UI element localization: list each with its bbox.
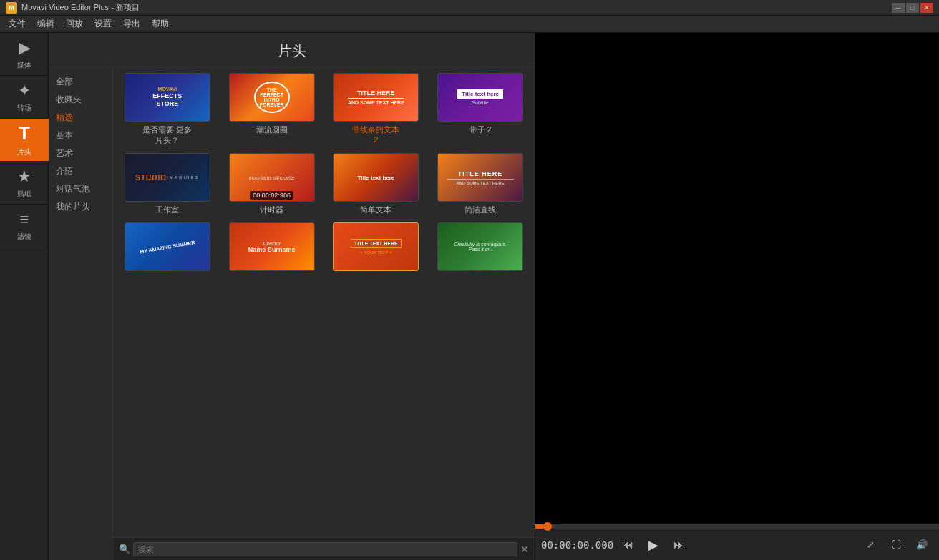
- preview-panel: 00:00:00.000 ⏮ ▶ ⏭ ⤢ ⛶ 🔊: [535, 33, 939, 560]
- sidebar-titles-label: 片头: [17, 147, 31, 157]
- preview-progress-bar[interactable]: [535, 524, 939, 529]
- panel-body: 全部 收藏夹 精选 基本 艺术 介绍 对话气泡 我的片头 ‹: [49, 67, 535, 560]
- thumb-item11[interactable]: TITLE TEXT HERE ✦ YOUR TEXT ✦: [328, 222, 425, 274]
- cat-featured[interactable]: 精选: [49, 109, 112, 127]
- search-clear-button[interactable]: ✕: [520, 544, 529, 555]
- go-to-start-button[interactable]: ⏮: [616, 534, 639, 556]
- transitions-icon: ✦: [18, 82, 31, 100]
- thumb-img-12: Creativity is contagious.Pass it on.: [437, 222, 523, 271]
- thumb-simple-label: 简单文本: [360, 205, 391, 215]
- cat-favorites[interactable]: 收藏夹: [49, 91, 112, 109]
- preview-video: [535, 33, 939, 524]
- search-icon: 🔍: [119, 544, 130, 554]
- fullscreen-button[interactable]: ⤢: [859, 534, 882, 556]
- thumb-img-ribbon: Title text here Subtitle: [437, 73, 523, 122]
- thumb-timer-label: 计时器: [260, 205, 283, 215]
- menu-file[interactable]: 文件: [3, 16, 31, 31]
- app-icon: M: [6, 2, 17, 14]
- thumb-item10[interactable]: Director Name Surname: [223, 222, 321, 274]
- panel-title: 片头: [49, 33, 535, 67]
- timer-badge: 00:00:02:986: [250, 191, 293, 200]
- progress-fill: [535, 524, 543, 529]
- thumb-studio[interactable]: STUDIO IMAGINES 工作室: [119, 153, 216, 215]
- thumb-img-10: Director Name Surname: [229, 222, 315, 271]
- thumbnails-grid: ‹ MOVAVI EFFECTS STORE 是否需要 更多片: [113, 67, 535, 537]
- sidebar-item-media[interactable]: ▶ 媒体: [0, 33, 49, 76]
- cat-bubble[interactable]: 对话气泡: [49, 180, 112, 198]
- play-pause-button[interactable]: ▶: [642, 534, 665, 556]
- titles-panel: 片头 全部 收藏夹 精选 基本 艺术 介绍 对话气泡 我的片头 ‹: [49, 33, 535, 560]
- thumb-trendy-circle[interactable]: THEPERFECTINTROFOREVER 潮流圆圈: [223, 73, 321, 146]
- sidebar-item-stickers[interactable]: ★ 贴纸: [0, 162, 49, 205]
- thumb-lined-label: 带线条的文本2: [352, 124, 399, 144]
- maximize-button[interactable]: □: [906, 3, 919, 13]
- sidebar-media-label: 媒体: [17, 60, 31, 70]
- menu-settings[interactable]: 设置: [89, 16, 117, 31]
- stickers-icon: ★: [17, 167, 31, 186]
- go-to-end-button[interactable]: ⏭: [668, 534, 691, 556]
- titles-icon: T: [19, 122, 30, 144]
- thumb-img-clean: TITLE HERE AND SOME TEXT HERE: [437, 153, 523, 202]
- cat-basic[interactable]: 基本: [49, 127, 112, 144]
- sidebar-transitions-label: 转场: [17, 103, 31, 113]
- thumb-clean-label: 简洁直线: [464, 205, 496, 215]
- thumb-ribbon[interactable]: Title text here Subtitle 带子 2: [432, 73, 529, 146]
- thumb-timer[interactable]: mountains silhouette 00:00:02:986 计时器: [223, 153, 321, 215]
- thumb-store-label: 是否需要 更多片头？: [142, 124, 192, 146]
- thumb-img-store: MOVAVI EFFECTS STORE: [125, 73, 210, 122]
- left-sidebar: ▶ 媒体 ✦ 转场 T 片头 ★ 贴纸 ≡ 滤镜: [0, 33, 49, 560]
- search-input[interactable]: [133, 542, 517, 556]
- cat-all[interactable]: 全部: [49, 73, 112, 91]
- thumb-item9[interactable]: MY AMAZING SUMMER: [119, 222, 216, 274]
- thumb-img-lined: TITLE HERE AND SOME TEXT HERE: [333, 73, 419, 122]
- volume-button[interactable]: 🔊: [910, 534, 933, 556]
- thumb-item12[interactable]: Creativity is contagious.Pass it on.: [432, 222, 529, 274]
- thumb-img-simple: Title text here: [333, 153, 419, 202]
- title-bar: M Movavi Video Editor Plus - 新项目 ─ □ ✕: [0, 0, 939, 16]
- media-icon: ▶: [19, 39, 31, 57]
- menu-help[interactable]: 帮助: [146, 16, 175, 31]
- sidebar-item-transitions[interactable]: ✦ 转场: [0, 76, 49, 119]
- main-area: ▶ 媒体 ✦ 转场 T 片头 ★ 贴纸 ≡ 滤镜 片头 全部 收藏夹 精选: [0, 33, 939, 560]
- thumb-ribbon-label: 带子 2: [470, 124, 492, 135]
- sidebar-item-titles[interactable]: T 片头: [0, 119, 49, 162]
- thumb-img-circle: THEPERFECTINTROFOREVER: [229, 73, 315, 122]
- search-bar: 🔍 ✕: [113, 537, 535, 560]
- cat-art[interactable]: 艺术: [49, 144, 112, 162]
- sidebar-item-filters[interactable]: ≡ 滤镜: [0, 205, 49, 247]
- menu-edit[interactable]: 编辑: [31, 16, 60, 31]
- cat-intro[interactable]: 介绍: [49, 162, 112, 180]
- timecode-display: 00:00:00.000: [541, 539, 613, 551]
- thumb-lined-text[interactable]: TITLE HERE AND SOME TEXT HERE 带线条的文本2: [328, 73, 425, 146]
- preview-controls: 00:00:00.000 ⏮ ▶ ⏭ ⤢ ⛶ 🔊: [535, 529, 939, 560]
- thumb-clean-line[interactable]: TITLE HERE AND SOME TEXT HERE 简洁直线: [432, 153, 529, 215]
- thumb-img-11: TITLE TEXT HERE ✦ YOUR TEXT ✦: [333, 222, 419, 271]
- app-title: Movavi Video Editor Plus - 新项目: [21, 2, 892, 13]
- cat-mine[interactable]: 我的片头: [49, 198, 112, 216]
- thumb-img-9: MY AMAZING SUMMER: [125, 222, 210, 271]
- menu-playback[interactable]: 回放: [60, 16, 89, 31]
- categories-list: 全部 收藏夹 精选 基本 艺术 介绍 对话气泡 我的片头: [49, 67, 113, 560]
- filters-icon: ≡: [20, 210, 29, 229]
- close-button[interactable]: ✕: [920, 3, 933, 13]
- thumb-img-studio: STUDIO IMAGINES: [125, 153, 210, 202]
- thumb-circle-label: 潮流圆圈: [256, 124, 288, 135]
- thumb-store[interactable]: MOVAVI EFFECTS STORE 是否需要 更多片头？: [119, 73, 216, 146]
- thumb-studio-label: 工作室: [155, 205, 179, 215]
- fit-button[interactable]: ⛶: [885, 534, 908, 556]
- sidebar-filters-label: 滤镜: [17, 232, 31, 242]
- thumb-simple-text[interactable]: Title text here 简单文本: [328, 153, 425, 215]
- sidebar-stickers-label: 贴纸: [17, 189, 31, 199]
- menu-export[interactable]: 导出: [117, 16, 146, 31]
- menu-bar: 文件 编辑 回放 设置 导出 帮助: [0, 16, 939, 33]
- thumb-img-timer: mountains silhouette 00:00:02:986: [229, 153, 315, 202]
- minimize-button[interactable]: ─: [892, 3, 905, 13]
- window-controls: ─ □ ✕: [892, 3, 933, 13]
